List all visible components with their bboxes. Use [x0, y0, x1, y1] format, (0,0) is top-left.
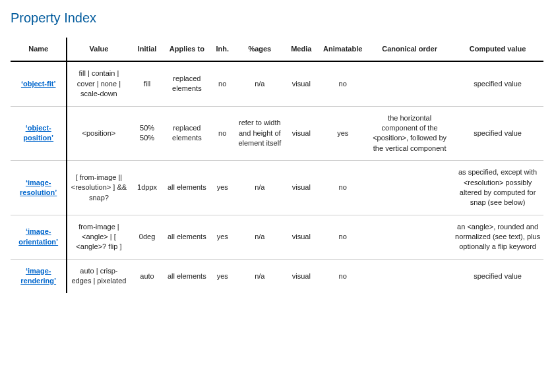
cell-canonical — [367, 259, 452, 293]
property-link[interactable]: ‘object-fit’ — [21, 80, 56, 88]
col-applies-to: Applies to — [164, 38, 210, 61]
cell-canonical — [367, 215, 452, 259]
cell-computed: specified value — [452, 61, 543, 106]
cell-media: visual — [284, 215, 318, 259]
col-animatable: Animatable — [318, 38, 367, 61]
cell-animatable: no — [318, 161, 367, 215]
cell-inherited: yes — [210, 259, 235, 293]
cell-value: [ from-image || <resolution> ] && snap? — [67, 161, 130, 215]
cell-initial: 1dppx — [130, 161, 164, 215]
cell-computed: as specified, except with <resolution> p… — [452, 161, 543, 215]
cell-canonical — [367, 61, 452, 106]
cell-applies-to: all elements — [164, 215, 210, 259]
cell-media: visual — [284, 106, 318, 161]
cell-percentages: n/a — [235, 215, 284, 259]
cell-canonical — [367, 161, 452, 215]
property-link[interactable]: ‘image-resolution’ — [20, 179, 57, 196]
col-initial: Initial — [130, 38, 164, 61]
cell-media: visual — [284, 259, 318, 293]
table-row: ‘image-rendering’auto | crisp-edges | pi… — [11, 259, 543, 293]
cell-initial: 50% 50% — [130, 106, 164, 161]
cell-percentages: refer to width and height of element its… — [235, 106, 284, 161]
col-inherited: Inh. — [210, 38, 235, 61]
table-row: ‘object-fit’fill | contain | cover | non… — [11, 61, 543, 106]
cell-name: ‘object-fit’ — [11, 61, 67, 106]
table-row: ‘image-orientation’from-image | <angle> … — [11, 215, 543, 259]
table-row: ‘object-position’<position>50% 50%replac… — [11, 106, 543, 161]
cell-animatable: no — [318, 215, 367, 259]
col-media: Media — [284, 38, 318, 61]
property-link[interactable]: ‘image-rendering’ — [20, 267, 56, 285]
col-canonical: Canonical order — [367, 38, 452, 61]
cell-value: fill | contain | cover | none | scale-do… — [67, 61, 130, 106]
cell-inherited: no — [210, 106, 235, 161]
cell-initial: 0deg — [130, 215, 164, 259]
cell-animatable: no — [318, 259, 367, 293]
page-title: Property Index — [11, 11, 543, 26]
cell-value: <position> — [67, 106, 130, 161]
property-index-table: Name Value Initial Applies to Inh. %ages… — [11, 38, 543, 293]
col-value: Value — [67, 38, 130, 61]
cell-computed: specified value — [452, 259, 543, 293]
table-row: ‘image-resolution’[ from-image || <resol… — [11, 161, 543, 215]
cell-name: ‘image-resolution’ — [11, 161, 67, 215]
cell-canonical: the horizontal component of the <positio… — [367, 106, 452, 161]
cell-animatable: yes — [318, 106, 367, 161]
cell-computed: an <angle>, rounded and normalized (see … — [452, 215, 543, 259]
cell-inherited: yes — [210, 215, 235, 259]
cell-value: auto | crisp-edges | pixelated — [67, 259, 130, 293]
cell-applies-to: all elements — [164, 161, 210, 215]
property-link[interactable]: ‘image-orientation’ — [18, 227, 58, 245]
cell-media: visual — [284, 61, 318, 106]
cell-inherited: yes — [210, 161, 235, 215]
cell-percentages: n/a — [235, 259, 284, 293]
cell-name: ‘image-orientation’ — [11, 215, 67, 259]
cell-value: from-image | <angle> | [ <angle>? flip ] — [67, 215, 130, 259]
cell-media: visual — [284, 161, 318, 215]
cell-initial: auto — [130, 259, 164, 293]
cell-initial: fill — [130, 61, 164, 106]
cell-applies-to: replaced elements — [164, 106, 210, 161]
col-percent: %ages — [235, 38, 284, 61]
cell-applies-to: all elements — [164, 259, 210, 293]
property-link[interactable]: ‘object-position’ — [23, 124, 53, 142]
cell-percentages: n/a — [235, 61, 284, 106]
cell-name: ‘image-rendering’ — [11, 259, 67, 293]
col-name: Name — [11, 38, 67, 61]
col-computed: Computed value — [452, 38, 543, 61]
table-header-row: Name Value Initial Applies to Inh. %ages… — [11, 38, 543, 61]
cell-computed: specified value — [452, 106, 543, 161]
cell-inherited: no — [210, 61, 235, 106]
cell-percentages: n/a — [235, 161, 284, 215]
cell-applies-to: replaced elements — [164, 61, 210, 106]
cell-animatable: no — [318, 61, 367, 106]
cell-name: ‘object-position’ — [11, 106, 67, 161]
